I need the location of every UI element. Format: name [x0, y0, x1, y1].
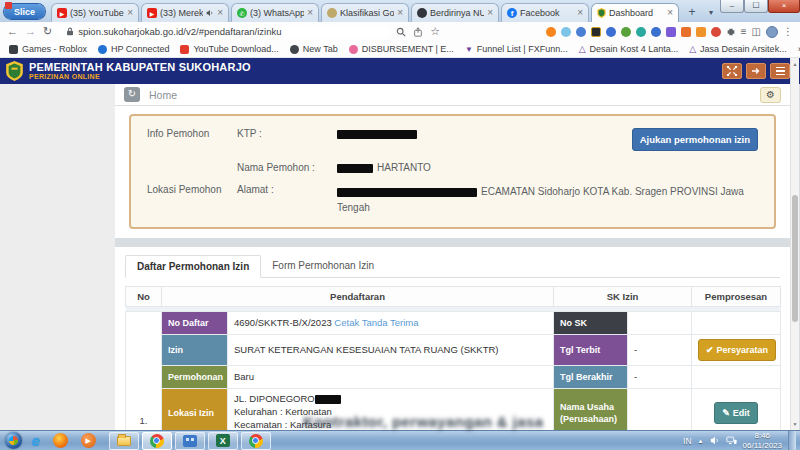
scrollbar-thumb[interactable] [792, 195, 798, 322]
bookmark-jasa-desain[interactable]: △ Jasa Desain Arsitek... [689, 44, 786, 54]
col-sk-izin: SK Izin [554, 287, 692, 307]
persyaratan-button[interactable]: ✔Persyaratan [698, 339, 776, 361]
tab-close-icon[interactable]: × [397, 8, 403, 18]
tab-close-icon[interactable]: × [577, 8, 583, 18]
minimize-button[interactable]: – [720, 0, 744, 13]
profile-avatar[interactable] [766, 26, 778, 38]
action-cell [692, 366, 781, 389]
bookmark-new-tab[interactable]: New Tab [290, 44, 338, 54]
show-desktop-button[interactable] [788, 431, 796, 450]
bookmark-funnel-list[interactable]: ▼ Funnel List | FXFunn... [465, 44, 568, 54]
taskbar-excel[interactable]: X [208, 432, 238, 450]
slice-extension-button[interactable]: Slice [4, 4, 45, 19]
nama-usaha-value [628, 389, 692, 430]
action-cell [692, 312, 781, 335]
shield-extension-icon[interactable] [606, 27, 616, 37]
settings-gear-button[interactable]: ⚙ [760, 87, 781, 103]
taskbar-internet-explorer[interactable]: e [32, 433, 40, 449]
ktp-value-redacted [337, 128, 646, 139]
side-panel-icon[interactable]: ◫ [752, 26, 761, 37]
reading-list-icon[interactable]: ≡ [741, 26, 747, 37]
dark-gold-extension-icon[interactable] [591, 27, 601, 37]
browser-tab-klasifikasi[interactable]: Klasifikasi Golon × [321, 3, 409, 22]
zoom-icon[interactable] [396, 27, 406, 37]
gear-extension-icon[interactable] [651, 27, 661, 37]
new-tab-button[interactable]: + [683, 4, 701, 20]
network-icon[interactable] [726, 436, 737, 445]
bookmark-hp-connected[interactable]: HP Connected [98, 44, 169, 54]
clock-time: 8:46 [743, 431, 782, 441]
browser-tab-facebook[interactable]: f Facebook × [501, 3, 589, 22]
address-bar[interactable]: spion.sukoharjokab.go.id/v2/#pendaftaran… [59, 25, 389, 39]
tab-close-icon[interactable]: × [487, 8, 493, 18]
taskbar-remote-app[interactable] [175, 432, 205, 450]
tab-close-icon[interactable]: × [307, 8, 313, 18]
volume-icon[interactable] [710, 436, 720, 445]
taskbar-explorer[interactable] [109, 432, 139, 450]
browser-tab-youtube[interactable]: ▶ (35) YouTube × [51, 3, 139, 22]
raindrop-icon[interactable] [561, 27, 571, 37]
taskbar-media-player[interactable]: ▶ [81, 433, 96, 448]
taskbar-chrome-2[interactable] [241, 432, 271, 450]
logout-button[interactable] [746, 63, 766, 79]
maximize-button[interactable]: ☐ [744, 0, 768, 13]
taskbar-clock[interactable]: 8:46 06/11/2023 [743, 431, 782, 450]
close-button[interactable]: × [768, 0, 800, 13]
scroll-up-icon[interactable]: ▲ [791, 61, 799, 67]
tab-form-permohonan[interactable]: Form Permohonan Izin [261, 255, 385, 278]
fullscreen-button[interactable] [722, 63, 742, 79]
taskbar-firefox[interactable] [53, 433, 68, 448]
reload-icon[interactable]: ↻ [43, 26, 52, 37]
start-button[interactable] [5, 432, 22, 449]
extensions-puzzle-icon[interactable] [726, 27, 736, 37]
purple-extension-icon[interactable] [666, 27, 676, 37]
permit-tabs: Daftar Permohonan Izin Form Permohonan I… [125, 254, 780, 278]
tab-close-icon[interactable]: × [667, 8, 673, 18]
ajukan-permohonan-button[interactable]: Ajukan permohonan izin [632, 128, 758, 151]
permit-card: Daftar Permohonan Izin Form Permohonan I… [115, 247, 790, 430]
tab-close-icon[interactable]: × [217, 8, 223, 18]
menu-button[interactable] [770, 63, 790, 79]
back-icon[interactable]: ← [7, 26, 18, 37]
tab-search-chevron-icon[interactable]: ▾ [703, 4, 719, 20]
tab-daftar-permohonan[interactable]: Daftar Permohonan Izin [125, 255, 261, 278]
cetak-tanda-terima-link[interactable]: Cetak Tanda Terima [334, 317, 418, 328]
kebab-menu-icon[interactable]: ⋮ [783, 26, 793, 37]
download-arrow-extension-icon[interactable] [621, 27, 631, 37]
clock-date: 06/11/2023 [743, 441, 782, 450]
scroll-down-icon[interactable]: ▼ [791, 421, 799, 427]
blue-circle-extension-icon[interactable] [576, 27, 586, 37]
sukoharjo-crest-icon [6, 61, 23, 81]
bookmark-label: HP Connected [111, 44, 169, 54]
tray-expand-icon[interactable]: ▲ [698, 438, 704, 444]
language-indicator[interactable]: IN [683, 436, 692, 446]
page-favicon-icon [417, 8, 427, 18]
bookmark-star-icon[interactable]: ☆ [430, 25, 440, 38]
forward-icon[interactable]: → [25, 26, 36, 37]
vertical-scrollbar[interactable]: ▲ ▼ [790, 58, 799, 430]
street-text: JL. DIPONEGORO [234, 393, 315, 404]
shield-favicon-icon [597, 8, 606, 18]
red-extension-icon[interactable] [711, 27, 721, 37]
bookmark-roblox[interactable]: Games - Roblox [9, 44, 87, 54]
bookmark-desain-kost[interactable]: △ Desain Kost 4 Lanta... [579, 44, 678, 54]
browser-tab-mereka[interactable]: ▶ (33) Mereka × [141, 3, 229, 22]
lock-icon[interactable] [66, 27, 74, 36]
bookmark-youtube-download[interactable]: YouTube Download... [180, 44, 278, 54]
tab-close-icon[interactable]: × [127, 8, 133, 18]
browser-tab-whatsapp[interactable]: ✆ (3) WhatsApp × [231, 3, 319, 22]
lock-extension-icon[interactable] [636, 27, 646, 37]
browser-tab-berdirinya[interactable]: Berdirinya NU | × [411, 3, 499, 22]
taskbar-chrome-active[interactable] [142, 432, 172, 450]
bag-extension-icon[interactable] [681, 27, 691, 37]
refresh-button[interactable]: ↻ [124, 87, 140, 102]
bookmark-disbursement[interactable]: DISBURSEMENT | E... [349, 44, 454, 54]
metamask-icon[interactable] [546, 27, 556, 37]
edit-button[interactable]: ✎Edit [714, 402, 758, 424]
breadcrumb[interactable]: Home [149, 89, 177, 101]
share-icon[interactable] [413, 27, 423, 37]
col-pemprosesan: Pemprosesan [692, 287, 781, 307]
tab-audio-icon[interactable] [206, 9, 214, 17]
orange-8-extension-icon[interactable] [696, 27, 706, 37]
browser-tab-dashboard-active[interactable]: Dashboard × [591, 3, 679, 22]
